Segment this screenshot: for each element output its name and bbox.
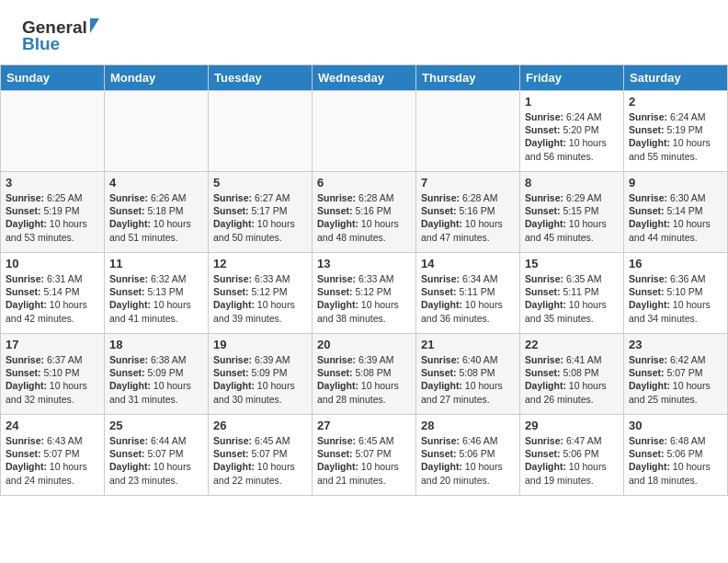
calendar-cell: 12Sunrise: 6:33 AMSunset: 5:12 PMDayligh… — [209, 253, 313, 334]
day-info: Daylight: 10 hours and 26 minutes. — [525, 379, 619, 405]
day-info: Daylight: 10 hours and 51 minutes. — [109, 217, 203, 243]
week-row: 17Sunrise: 6:37 AMSunset: 5:10 PMDayligh… — [1, 334, 728, 415]
day-info: Sunrise: 6:42 AM — [629, 353, 722, 366]
day-info: Daylight: 10 hours and 35 minutes. — [525, 298, 619, 324]
day-info: Sunrise: 6:27 AM — [213, 191, 307, 204]
day-info: Sunset: 5:10 PM — [6, 366, 99, 379]
calendar-table: SundayMondayTuesdayWednesdayThursdayFrid… — [0, 64, 728, 496]
calendar-cell: 17Sunrise: 6:37 AMSunset: 5:10 PMDayligh… — [1, 334, 105, 415]
day-info: Sunrise: 6:38 AM — [109, 353, 203, 366]
week-row: 10Sunrise: 6:31 AMSunset: 5:14 PMDayligh… — [1, 253, 728, 334]
day-info: Daylight: 10 hours and 47 minutes. — [421, 217, 515, 243]
day-info: Sunset: 5:19 PM — [6, 204, 99, 217]
day-of-week-header: Tuesday — [209, 65, 313, 91]
day-info: Daylight: 10 hours and 48 minutes. — [317, 217, 411, 243]
day-info: Daylight: 10 hours and 18 minutes. — [629, 460, 722, 486]
day-number: 29 — [525, 419, 619, 432]
day-number: 14 — [421, 257, 515, 270]
day-info: Sunrise: 6:39 AM — [317, 353, 411, 366]
calendar-cell: 13Sunrise: 6:33 AMSunset: 5:12 PMDayligh… — [313, 253, 416, 334]
page-header: GeneralBlue — [0, 0, 728, 64]
day-info: Sunset: 5:08 PM — [317, 366, 411, 379]
day-number: 5 — [213, 176, 307, 190]
day-number: 4 — [109, 176, 203, 190]
calendar-cell: 25Sunrise: 6:44 AMSunset: 5:07 PMDayligh… — [105, 415, 209, 496]
day-info: Sunset: 5:06 PM — [421, 447, 515, 460]
day-of-week-header: Monday — [105, 65, 209, 91]
day-info: Daylight: 10 hours and 53 minutes. — [6, 217, 99, 243]
day-info: Daylight: 10 hours and 56 minutes. — [525, 136, 619, 162]
day-info: Sunset: 5:06 PM — [525, 447, 619, 460]
day-info: Daylight: 10 hours and 39 minutes. — [213, 298, 307, 324]
calendar-cell: 5Sunrise: 6:27 AMSunset: 5:17 PMDaylight… — [209, 172, 313, 253]
day-info: Sunset: 5:12 PM — [213, 285, 307, 298]
calendar-cell: 3Sunrise: 6:25 AMSunset: 5:19 PMDaylight… — [1, 172, 105, 253]
day-info: Sunset: 5:11 PM — [421, 285, 515, 298]
day-number: 3 — [6, 176, 99, 190]
day-info: Sunrise: 6:28 AM — [317, 191, 411, 204]
day-number: 7 — [421, 176, 515, 190]
day-number: 1 — [525, 95, 619, 109]
day-number: 8 — [525, 176, 619, 190]
day-number: 27 — [317, 419, 411, 432]
day-info: Daylight: 10 hours and 55 minutes. — [629, 136, 722, 162]
day-info: Sunrise: 6:25 AM — [6, 191, 99, 204]
day-info: Sunset: 5:08 PM — [421, 366, 515, 379]
day-info: Sunrise: 6:45 AM — [213, 434, 307, 447]
day-info: Sunrise: 6:45 AM — [317, 434, 411, 447]
calendar-cell: 20Sunrise: 6:39 AMSunset: 5:08 PMDayligh… — [313, 334, 416, 415]
day-info: Daylight: 10 hours and 32 minutes. — [6, 379, 99, 405]
day-number: 28 — [421, 419, 515, 432]
day-info: Daylight: 10 hours and 28 minutes. — [317, 379, 411, 405]
calendar-cell: 15Sunrise: 6:35 AMSunset: 5:11 PMDayligh… — [520, 253, 624, 334]
calendar-cell: 27Sunrise: 6:45 AMSunset: 5:07 PMDayligh… — [313, 415, 416, 496]
day-info: Sunset: 5:16 PM — [317, 204, 411, 217]
calendar-cell: 14Sunrise: 6:34 AMSunset: 5:11 PMDayligh… — [416, 253, 520, 334]
day-info: Daylight: 10 hours and 42 minutes. — [6, 298, 99, 324]
day-number: 19 — [213, 338, 307, 351]
day-info: Daylight: 10 hours and 31 minutes. — [109, 379, 203, 405]
day-info: Daylight: 10 hours and 24 minutes. — [6, 460, 99, 486]
day-number: 20 — [317, 338, 411, 351]
day-info: Sunrise: 6:32 AM — [109, 272, 203, 285]
day-info: Daylight: 10 hours and 41 minutes. — [109, 298, 203, 324]
day-number: 9 — [629, 176, 722, 190]
day-info: Daylight: 10 hours and 34 minutes. — [629, 298, 722, 324]
day-info: Sunrise: 6:29 AM — [525, 191, 619, 204]
day-info: Daylight: 10 hours and 21 minutes. — [317, 460, 411, 486]
day-info: Daylight: 10 hours and 50 minutes. — [213, 217, 307, 243]
calendar-cell: 19Sunrise: 6:39 AMSunset: 5:09 PMDayligh… — [209, 334, 313, 415]
calendar-cell: 6Sunrise: 6:28 AMSunset: 5:16 PMDaylight… — [313, 172, 416, 253]
day-number: 17 — [6, 338, 99, 351]
day-number: 24 — [6, 419, 99, 432]
day-number: 18 — [109, 338, 203, 351]
day-info: Sunrise: 6:34 AM — [421, 272, 515, 285]
day-number: 23 — [629, 338, 722, 351]
day-info: Sunrise: 6:33 AM — [213, 272, 307, 285]
day-of-week-header: Wednesday — [313, 65, 416, 91]
calendar-cell: 22Sunrise: 6:41 AMSunset: 5:08 PMDayligh… — [520, 334, 624, 415]
day-info: Sunset: 5:07 PM — [109, 447, 203, 460]
day-number: 21 — [421, 338, 515, 351]
calendar-cell: 29Sunrise: 6:47 AMSunset: 5:06 PMDayligh… — [520, 415, 624, 496]
day-info: Sunrise: 6:37 AM — [6, 353, 99, 366]
day-info: Daylight: 10 hours and 20 minutes. — [421, 460, 515, 486]
calendar-cell — [105, 91, 209, 172]
day-info: Sunrise: 6:46 AM — [421, 434, 515, 447]
day-info: Sunrise: 6:24 AM — [525, 110, 619, 123]
day-info: Sunset: 5:16 PM — [421, 204, 515, 217]
day-info: Sunrise: 6:48 AM — [629, 434, 722, 447]
day-info: Sunset: 5:10 PM — [629, 285, 722, 298]
svg-text:Blue: Blue — [22, 34, 60, 53]
day-info: Sunset: 5:07 PM — [213, 447, 307, 460]
day-info: Daylight: 10 hours and 19 minutes. — [525, 460, 619, 486]
day-info: Sunrise: 6:30 AM — [629, 191, 722, 204]
day-info: Daylight: 10 hours and 44 minutes. — [629, 217, 722, 243]
day-info: Daylight: 10 hours and 25 minutes. — [629, 379, 722, 405]
day-info: Sunset: 5:08 PM — [525, 366, 619, 379]
day-number: 15 — [525, 257, 619, 270]
day-info: Daylight: 10 hours and 23 minutes. — [109, 460, 203, 486]
calendar-cell — [209, 91, 313, 172]
calendar-cell: 4Sunrise: 6:26 AMSunset: 5:18 PMDaylight… — [105, 172, 209, 253]
day-info: Sunset: 5:06 PM — [629, 447, 722, 460]
